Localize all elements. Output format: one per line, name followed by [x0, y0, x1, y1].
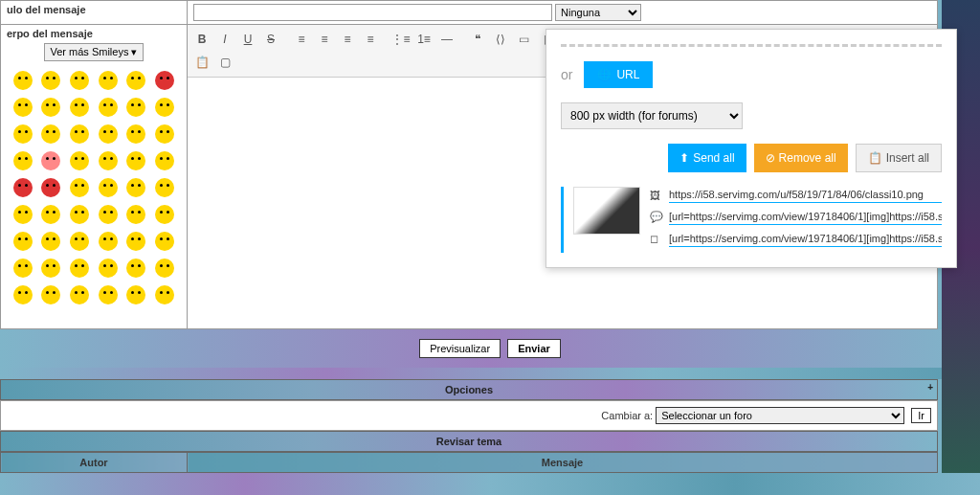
title-label: ulo del mensaje — [1, 1, 188, 25]
review-header: Revisar tema — [0, 431, 938, 452]
globe-icon: 🌐 — [597, 68, 612, 81]
preview-button[interactable]: Previsualizar — [419, 339, 501, 358]
smiley-icon[interactable] — [13, 232, 33, 251]
spoiler-button[interactable]: ▭ — [513, 29, 534, 50]
smiley-icon[interactable] — [41, 151, 60, 170]
cancel-icon: ⊘ — [766, 151, 775, 165]
list-ul-button[interactable]: ⋮≡ — [390, 29, 412, 50]
smiley-icon[interactable] — [99, 285, 118, 304]
smiley-icon[interactable] — [155, 151, 174, 170]
bbcode-url-input[interactable] — [669, 209, 942, 225]
image-icon: 🖼 — [650, 190, 663, 201]
smiley-icon[interactable] — [126, 98, 145, 117]
smiley-icon[interactable] — [13, 71, 33, 90]
smiley-icon[interactable] — [13, 98, 33, 117]
remove-all-button[interactable]: ⊘ Remove all — [754, 144, 848, 172]
smiley-icon[interactable] — [41, 71, 60, 90]
hr-button[interactable]: — — [436, 29, 457, 50]
align-center-button[interactable]: ≡ — [314, 29, 335, 50]
smiley-icon[interactable] — [13, 285, 33, 304]
smiley-icon[interactable] — [126, 285, 145, 304]
smiley-icon[interactable] — [99, 151, 118, 170]
smiley-icon[interactable] — [155, 178, 174, 197]
width-select[interactable]: 800 px width (for forums) — [561, 102, 743, 129]
send-all-button[interactable]: ⬆ Send all — [668, 144, 746, 172]
or-label: or — [561, 67, 572, 82]
smiley-icon[interactable] — [99, 205, 118, 224]
smiley-icon[interactable] — [13, 205, 33, 224]
smiley-icon[interactable] — [126, 151, 145, 170]
clipboard-icon: 📋 — [868, 151, 882, 165]
direct-url-input[interactable] — [669, 187, 942, 203]
smiley-icon[interactable] — [70, 178, 89, 197]
smiley-icon[interactable] — [41, 205, 60, 224]
smiley-icon[interactable] — [99, 178, 118, 197]
more-smileys-button[interactable]: Ver más Smileys ▾ — [44, 43, 145, 61]
smiley-icon[interactable] — [70, 232, 89, 251]
smiley-icon[interactable] — [70, 124, 89, 144]
smiley-icon[interactable] — [99, 124, 118, 144]
smiley-icon[interactable] — [13, 178, 33, 197]
body-label: erpo del mensaje — [7, 28, 181, 39]
underline-button[interactable]: U — [237, 29, 258, 50]
title-input[interactable] — [193, 4, 552, 21]
forum-select[interactable]: Seleccionar un foro — [656, 407, 904, 424]
smiley-icon[interactable] — [126, 232, 145, 251]
smiley-icon[interactable] — [41, 124, 60, 144]
url-button[interactable]: 🌐 URL — [584, 61, 653, 88]
bold-button[interactable]: B — [191, 29, 212, 50]
smiley-icon[interactable] — [13, 259, 33, 278]
smiley-icon[interactable] — [126, 178, 145, 197]
smiley-grid — [7, 65, 181, 310]
strike-button[interactable]: S — [260, 29, 281, 50]
smiley-icon[interactable] — [99, 259, 118, 278]
thumb-url-input[interactable] — [669, 231, 942, 247]
smiley-icon[interactable] — [155, 205, 174, 224]
code-button[interactable]: ⟨⟩ — [490, 29, 511, 50]
smiley-icon[interactable] — [41, 232, 60, 251]
align-right-button[interactable]: ≡ — [337, 29, 358, 50]
smiley-icon[interactable] — [70, 71, 89, 90]
expand-icon[interactable]: + — [927, 382, 933, 393]
smiley-icon[interactable] — [126, 124, 145, 144]
paste-button[interactable]: 📋 — [191, 52, 212, 73]
smiley-icon[interactable] — [70, 151, 89, 170]
smiley-icon[interactable] — [155, 285, 174, 304]
smiley-icon[interactable] — [41, 285, 60, 304]
smiley-icon[interactable] — [13, 151, 33, 170]
smiley-icon[interactable] — [70, 98, 89, 117]
source-button[interactable]: ▢ — [214, 52, 235, 73]
insert-all-button[interactable]: 📋 Insert all — [856, 144, 942, 172]
smiley-icon[interactable] — [155, 232, 174, 251]
smiley-icon[interactable] — [155, 259, 174, 278]
smiley-icon[interactable] — [99, 98, 118, 117]
smiley-icon[interactable] — [155, 124, 174, 144]
change-to-label: Cambiar a: — [601, 410, 653, 421]
smiley-icon[interactable] — [126, 71, 145, 90]
align-left-button[interactable]: ≡ — [291, 29, 312, 50]
smiley-icon[interactable] — [13, 124, 33, 144]
options-header: Opciones + — [0, 379, 938, 400]
smiley-icon[interactable] — [99, 232, 118, 251]
smiley-icon[interactable] — [126, 205, 145, 224]
smiley-icon[interactable] — [70, 259, 89, 278]
bbcode-icon: 💬 — [650, 211, 663, 223]
smiley-icon[interactable] — [41, 178, 60, 197]
send-button[interactable]: Enviar — [507, 339, 561, 358]
smiley-icon[interactable] — [41, 98, 60, 117]
smiley-icon[interactable] — [70, 205, 89, 224]
smiley-icon[interactable] — [155, 71, 174, 90]
list-ol-button[interactable]: 1≡ — [413, 29, 434, 50]
quote-button[interactable]: ❝ — [467, 29, 488, 50]
italic-button[interactable]: I — [214, 29, 235, 50]
message-column: Mensaje — [188, 453, 938, 473]
smiley-icon[interactable] — [126, 259, 145, 278]
go-button[interactable]: Ir — [911, 408, 931, 423]
smiley-icon[interactable] — [41, 259, 60, 278]
smiley-icon[interactable] — [70, 285, 89, 304]
align-justify-button[interactable]: ≡ — [360, 29, 381, 50]
thumbnail — [573, 187, 640, 235]
smiley-icon[interactable] — [155, 98, 174, 117]
smiley-icon[interactable] — [99, 71, 118, 90]
title-type-select[interactable]: Ninguna — [555, 4, 641, 21]
